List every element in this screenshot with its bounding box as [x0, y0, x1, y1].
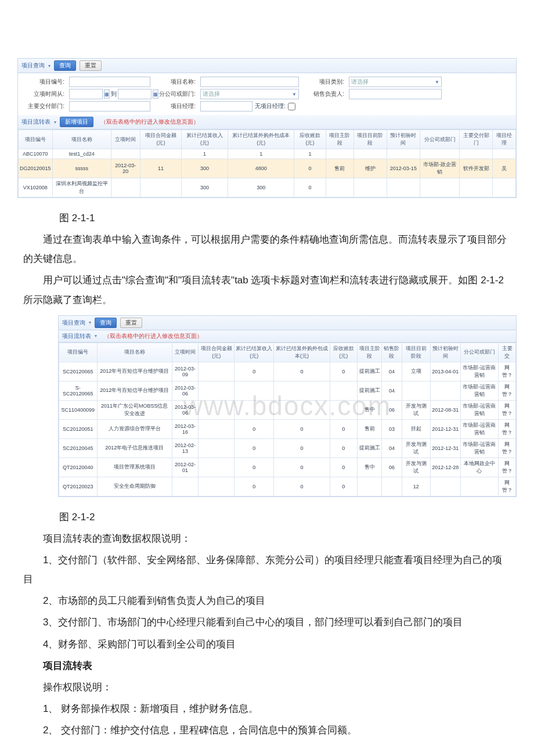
- input-date-from[interactable]: [69, 89, 103, 99]
- table-cell: 04: [381, 362, 402, 381]
- table-cell: 2012年号百短信平台维护项目: [97, 362, 172, 381]
- table-cell: 网管？: [499, 362, 516, 381]
- table-row[interactable]: SC201200652012年号百短信平台维护项目2012-03-09000提前…: [59, 362, 516, 381]
- table-row[interactable]: DG20120015sssss2012-03-201130048000售前维护2…: [19, 159, 516, 178]
- flow-table-2: 项目编号项目名称立项时间项目合同金额(元)累计已结算收入(元)累计已结算外购外包…: [59, 343, 516, 496]
- label-dept: 分公司或部门:: [155, 90, 196, 98]
- table-cell: 2012年号百短信平台维护项目: [97, 381, 172, 400]
- input-proj-name[interactable]: [200, 77, 299, 87]
- table-row[interactable]: SC20120051人力资源综合管理平台2012-03-16000售前03挂起2…: [59, 419, 516, 438]
- table-cell: 立项: [402, 362, 430, 381]
- reset-button[interactable]: 重置: [120, 318, 142, 328]
- column-header[interactable]: 项目名称: [52, 130, 111, 149]
- table-row[interactable]: VX102008深圳水利局视频监控平台3003000: [19, 178, 516, 197]
- table-row[interactable]: SC1104000992011年广东公司MOBSS信息安全改进2012-03-0…: [59, 400, 516, 419]
- table-cell: 售中: [358, 400, 382, 419]
- table-cell: 12: [402, 477, 430, 496]
- column-header[interactable]: 项目目前阶段: [353, 130, 387, 149]
- input-date-to[interactable]: [118, 89, 151, 99]
- table-cell: 0: [294, 159, 326, 178]
- column-header[interactable]: 项目编号: [59, 343, 98, 362]
- table-row[interactable]: ABC10070test1_cd24111: [19, 149, 516, 159]
- table-row[interactable]: S-SC201200652012年号百短信平台维护项目2012-03-06提前施…: [59, 381, 516, 400]
- checkbox-no-pm[interactable]: [288, 103, 295, 110]
- table-cell: [234, 400, 273, 419]
- search-button[interactable]: 查询: [95, 318, 117, 328]
- column-header[interactable]: 项目经理: [493, 130, 516, 149]
- column-header[interactable]: 项目编号: [19, 130, 53, 149]
- input-deliver-dept[interactable]: [69, 101, 150, 111]
- table-cell: 4800: [228, 159, 294, 178]
- flow-table-1: 项目编号项目名称立项时间项目合同金额(元)累计已结算收入(元)累计已结算外购外包…: [18, 129, 516, 197]
- table-cell: 1: [228, 149, 294, 159]
- table-cell: 04: [381, 438, 402, 458]
- paragraph: 1、 财务部操作权限：新增项目，维护财务信息。: [23, 699, 511, 718]
- calendar-icon[interactable]: ▦: [104, 89, 110, 99]
- paragraph: 用户可以通过点击"综合查询"和"项目流转表"tab 选项卡标题对查询栏和流转表进…: [23, 271, 511, 309]
- new-project-button[interactable]: 新增项目: [60, 117, 93, 127]
- column-header[interactable]: 分公司或部门: [460, 343, 498, 362]
- column-header[interactable]: 累计已结算收入(元): [182, 130, 228, 149]
- reset-button[interactable]: 重置: [80, 60, 102, 71]
- select-dept[interactable]: 请选择▼: [200, 89, 299, 99]
- column-header[interactable]: 累计已结算外购外包成本(元): [228, 130, 294, 149]
- table-row[interactable]: SC201200452012年电子信息推送项目2012-02-13000提前施工…: [59, 438, 516, 458]
- column-header[interactable]: 主要交付部门: [460, 130, 493, 149]
- table-cell: [199, 438, 234, 458]
- table-cell: sssss: [52, 159, 111, 178]
- column-header[interactable]: 项目目前阶段: [402, 343, 430, 362]
- table-cell: 2012-12-28: [430, 458, 460, 477]
- table-cell: 1: [294, 149, 326, 159]
- column-header[interactable]: 销售阶段: [381, 343, 402, 362]
- table-cell: 2013-04-01: [430, 362, 460, 381]
- query-panel-header[interactable]: 项目查询 ▾ 查询 重置: [18, 59, 516, 73]
- input-pm[interactable]: [200, 101, 252, 111]
- input-sales[interactable]: [349, 89, 442, 99]
- input-proj-no[interactable]: [69, 77, 150, 87]
- figure-caption-2: 图 2-1-2: [59, 507, 511, 527]
- table-cell: SC110400099: [59, 400, 98, 419]
- table-cell: 2012-03-06: [172, 381, 199, 400]
- table-cell: 开发与测试: [402, 458, 430, 477]
- table-cell: SC20120065: [59, 362, 98, 381]
- table-cell: 网管？: [499, 381, 516, 400]
- column-header[interactable]: 项目合同金额(元): [199, 343, 234, 362]
- column-header[interactable]: 预计初验时间: [387, 130, 420, 149]
- column-header[interactable]: 项目主阶段: [358, 343, 382, 362]
- screenshot-1: 项目查询 ▾ 查询 重置 项目编号: 项目名称: 项目类别: 请选择▼ 立项时间…: [17, 58, 517, 198]
- label-proj-type: 项目类别:: [304, 78, 344, 86]
- table-cell: 市场部-运营商营销: [460, 400, 498, 419]
- column-header[interactable]: 预计初验时间: [430, 343, 460, 362]
- table-cell: [274, 381, 330, 400]
- column-header[interactable]: 项目合同金额(元): [140, 130, 181, 149]
- column-header[interactable]: 累计已结算外购外包成本(元): [274, 343, 330, 362]
- table-cell: 市场部-政企营销: [420, 159, 460, 178]
- column-header[interactable]: 立项时间: [172, 343, 199, 362]
- table-row[interactable]: QT20120023安全生命周期防御00012网管？: [59, 477, 516, 496]
- query-panel-header[interactable]: 项目查询 ▾ 查询 重置: [59, 316, 516, 330]
- select-proj-type[interactable]: 请选择▼: [349, 77, 442, 87]
- table-cell: 提前施工: [358, 381, 382, 400]
- column-header[interactable]: 应收账款(元): [294, 130, 326, 149]
- table-row[interactable]: QT20120040项目管理系统项目2012-02-01000售中06开发与测试…: [59, 458, 516, 477]
- label-pm: 项目经理:: [155, 102, 196, 110]
- column-header[interactable]: 项目名称: [97, 343, 172, 362]
- label-sales: 销售负责人:: [304, 90, 344, 98]
- table-cell: 2012年电子信息推送项目: [97, 438, 172, 458]
- column-header[interactable]: 立项时间: [111, 130, 140, 149]
- table-cell: 2012-03-16: [172, 419, 199, 438]
- flow-panel-header[interactable]: 项目流转表 ▾ （双击表格中的行进入修改信息页面）: [59, 330, 516, 343]
- column-header[interactable]: 分公司或部门: [420, 130, 460, 149]
- table-cell: 项目管理系统项目: [97, 458, 172, 477]
- table-cell: [199, 362, 234, 381]
- column-header[interactable]: 应收账款(元): [330, 343, 358, 362]
- search-button[interactable]: 查询: [54, 60, 76, 71]
- table-cell: [330, 400, 358, 419]
- column-header[interactable]: 主要交: [499, 343, 516, 362]
- column-header[interactable]: 累计已结算收入(元): [234, 343, 273, 362]
- table-cell: 本地网政企中心: [460, 458, 498, 477]
- column-header[interactable]: 项目主阶段: [326, 130, 353, 149]
- section-heading: 项目流转表: [23, 656, 511, 675]
- chevron-down-icon: ▾: [89, 320, 91, 325]
- flow-panel-header[interactable]: 项目流转表 ▾ 新增项目 （双击表格中的行进入修改信息页面）: [18, 115, 516, 129]
